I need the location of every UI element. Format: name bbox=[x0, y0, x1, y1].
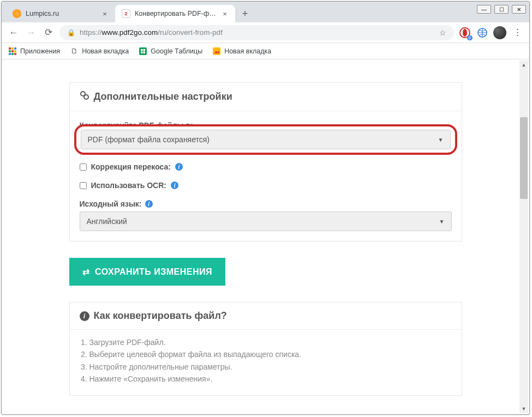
new-tab-button[interactable]: + bbox=[237, 6, 253, 21]
tab-title: Lumpics.ru bbox=[26, 10, 97, 17]
favicon-lumpics-icon bbox=[13, 9, 21, 18]
language-select[interactable]: Английский ▼ bbox=[80, 211, 452, 231]
svg-rect-8 bbox=[14, 50, 16, 52]
star-icon[interactable]: ☆ bbox=[439, 28, 446, 37]
opera-extension-icon[interactable]: 6 bbox=[458, 26, 471, 39]
svg-rect-7 bbox=[11, 50, 14, 52]
browser-window: — ☐ ✕ Lumpics.ru × 2 Конвертировать PDF-… bbox=[1, 1, 530, 415]
svg-rect-5 bbox=[14, 47, 16, 50]
scrollbar[interactable]: ▲ ▼ bbox=[519, 61, 528, 413]
apps-grid-icon bbox=[8, 47, 17, 56]
svg-rect-9 bbox=[9, 53, 11, 55]
tab-pdf2go[interactable]: 2 Конвертировать PDF-файл — К × bbox=[115, 5, 235, 22]
sheets-icon bbox=[139, 47, 147, 56]
menu-button[interactable]: ⋮ bbox=[511, 26, 524, 39]
bookmarks-bar: Приложения 🗋 Новая вкладка Google Таблиц… bbox=[2, 43, 529, 59]
info-icon[interactable]: i bbox=[171, 182, 178, 189]
chevron-down-icon: ▼ bbox=[438, 137, 444, 143]
minimize-button[interactable]: — bbox=[477, 5, 491, 14]
scroll-down-icon[interactable]: ▼ bbox=[519, 404, 528, 413]
bookmark-newtab1[interactable]: 🗋 Новая вкладка bbox=[70, 47, 129, 56]
deskew-checkbox[interactable] bbox=[80, 164, 87, 171]
ocr-checkbox[interactable] bbox=[80, 182, 87, 189]
favicon-pdf2go-icon: 2 bbox=[122, 9, 130, 18]
highlighted-dropdown: PDF (формат файла сохраняется) ▼ bbox=[74, 124, 457, 155]
profile-avatar[interactable] bbox=[493, 26, 506, 39]
close-window-button[interactable]: ✕ bbox=[512, 5, 526, 14]
tab-close-button[interactable]: × bbox=[101, 10, 109, 17]
scroll-thumb[interactable] bbox=[520, 117, 528, 199]
info-icon[interactable]: i bbox=[145, 200, 153, 208]
globe-extension-icon[interactable] bbox=[476, 26, 489, 39]
chevron-down-icon: ▼ bbox=[439, 219, 445, 225]
format-select[interactable]: PDF (формат файла сохраняется) ▼ bbox=[81, 130, 451, 149]
gears-icon bbox=[80, 90, 89, 103]
address-bar[interactable]: 🔒 https://www.pdf2go.com/ru/convert-from… bbox=[59, 25, 454, 40]
help-header: i Как конвертировать файл? bbox=[70, 303, 462, 330]
help-step: Загрузите PDF-файл. bbox=[89, 336, 452, 348]
page-viewport: Дополнительные настройки Конвертируйте P… bbox=[3, 61, 528, 413]
help-step: Нажмите «Сохранить изменения». bbox=[89, 373, 452, 385]
help-step: Настройте дополнительные параметры. bbox=[89, 361, 452, 373]
scroll-up-icon[interactable]: ▲ bbox=[519, 61, 528, 69]
toolbar: ← → ⟳ 🔒 https://www.pdf2go.com/ru/conver… bbox=[2, 22, 529, 43]
help-step: Выберите целевой формат файла из выпадаю… bbox=[89, 348, 452, 360]
svg-rect-3 bbox=[9, 47, 11, 50]
reload-button[interactable]: ⟳ bbox=[42, 26, 55, 39]
image-icon bbox=[212, 47, 221, 56]
back-button[interactable]: ← bbox=[7, 26, 20, 39]
help-steps: Загрузите PDF-файл. Выберите целевой фор… bbox=[70, 330, 462, 395]
apps-bookmark[interactable]: Приложения bbox=[8, 47, 60, 56]
page-icon: 🗋 bbox=[70, 47, 79, 56]
svg-rect-11 bbox=[14, 53, 16, 55]
tab-title: Конвертировать PDF-файл — К bbox=[135, 10, 217, 17]
help-panel: i Как конвертировать файл? Загрузите PDF… bbox=[69, 302, 462, 396]
svg-point-19 bbox=[84, 95, 88, 99]
swap-icon: ⇄ bbox=[82, 267, 90, 277]
bookmark-sheets[interactable]: Google Таблицы bbox=[139, 47, 202, 56]
settings-header: Дополнительные настройки bbox=[70, 83, 462, 111]
info-icon: i bbox=[80, 311, 89, 321]
svg-rect-10 bbox=[11, 53, 14, 55]
svg-rect-4 bbox=[11, 47, 14, 50]
tab-strip: Lumpics.ru × 2 Конвертировать PDF-файл —… bbox=[2, 2, 529, 22]
url-text: https://www.pdf2go.com/ru/convert-from-p… bbox=[80, 28, 223, 37]
info-icon[interactable]: i bbox=[175, 163, 183, 171]
maximize-button[interactable]: ☐ bbox=[494, 5, 509, 14]
extension-badge: 6 bbox=[467, 35, 473, 40]
window-controls: — ☐ ✕ bbox=[477, 5, 526, 14]
svg-point-1 bbox=[463, 29, 467, 37]
lang-label: Исходный язык: i bbox=[80, 200, 452, 208]
deskew-row: Коррекция перекоса: i bbox=[80, 162, 452, 171]
bookmark-newtab2[interactable]: Новая вкладка bbox=[212, 47, 271, 56]
lock-icon: 🔒 bbox=[67, 29, 75, 37]
tab-close-button[interactable]: × bbox=[221, 10, 229, 17]
forward-button[interactable]: → bbox=[25, 26, 38, 39]
tab-lumpics[interactable]: Lumpics.ru × bbox=[6, 5, 115, 22]
settings-panel: Дополнительные настройки Конвертируйте P… bbox=[69, 82, 462, 241]
ocr-row: Использовать OCR: i bbox=[80, 181, 452, 190]
save-button[interactable]: ⇄ СОХРАНИТЬ ИЗМЕНЕНИЯ bbox=[69, 258, 226, 286]
svg-rect-6 bbox=[9, 50, 11, 52]
